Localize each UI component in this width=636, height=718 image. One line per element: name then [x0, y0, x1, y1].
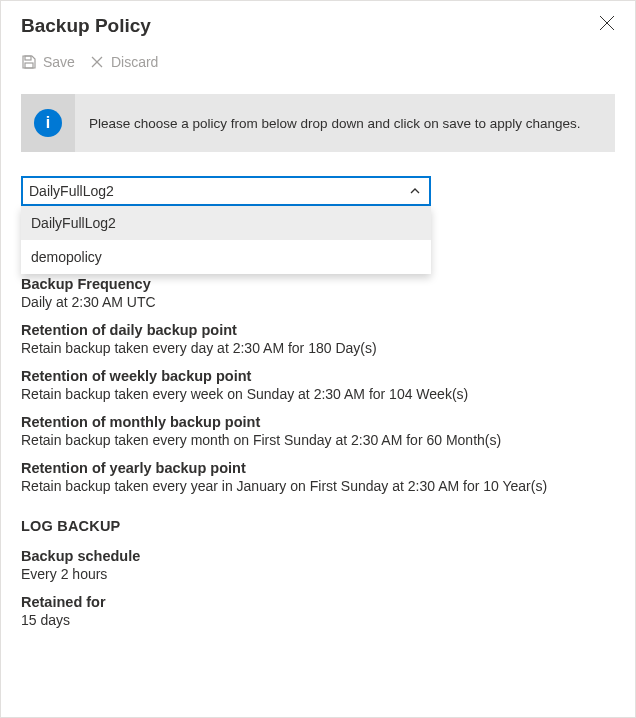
info-message: Please choose a policy from below drop d… — [89, 116, 581, 131]
page-title: Backup Policy — [21, 15, 151, 37]
svg-rect-2 — [25, 56, 31, 60]
policy-dropdown-list: DailyFullLog2 demopolicy — [21, 206, 431, 274]
chevron-up-icon — [409, 185, 421, 197]
toolbar: Save Discard — [1, 46, 635, 80]
monthly-retention-label: Retention of monthly backup point — [21, 414, 615, 430]
policy-dropdown[interactable]: DailyFullLog2 — [21, 176, 431, 206]
policy-option[interactable]: demopolicy — [21, 240, 431, 274]
content-area: i Please choose a policy from below drop… — [1, 80, 635, 648]
info-icon: i — [34, 109, 62, 137]
backup-frequency-label: Backup Frequency — [21, 276, 615, 292]
svg-rect-3 — [25, 63, 33, 68]
policy-dropdown-selected: DailyFullLog2 — [29, 183, 114, 199]
log-backup-heading: LOG BACKUP — [21, 518, 615, 534]
discard-label: Discard — [111, 54, 158, 70]
info-bar: i Please choose a policy from below drop… — [21, 94, 615, 152]
daily-retention-value: Retain backup taken every day at 2:30 AM… — [21, 340, 615, 356]
save-icon — [21, 54, 37, 70]
yearly-retention-label: Retention of yearly backup point — [21, 460, 615, 476]
log-retained-label: Retained for — [21, 594, 615, 610]
log-schedule-value: Every 2 hours — [21, 566, 615, 582]
yearly-retention-value: Retain backup taken every year in Januar… — [21, 478, 615, 494]
policy-dropdown-wrap: DailyFullLog2 DailyFullLog2 demopolicy — [21, 176, 431, 206]
save-label: Save — [43, 54, 75, 70]
info-icon-box: i — [21, 94, 75, 152]
weekly-retention-value: Retain backup taken every week on Sunday… — [21, 386, 615, 402]
weekly-retention-label: Retention of weekly backup point — [21, 368, 615, 384]
save-button[interactable]: Save — [21, 54, 75, 70]
close-button[interactable] — [595, 11, 619, 40]
discard-icon — [89, 54, 105, 70]
backup-frequency-value: Daily at 2:30 AM UTC — [21, 294, 615, 310]
close-icon — [599, 15, 615, 31]
log-schedule-label: Backup schedule — [21, 548, 615, 564]
monthly-retention-value: Retain backup taken every month on First… — [21, 432, 615, 448]
backup-policy-panel: Backup Policy Save Discard i Please choo… — [0, 0, 636, 718]
panel-header: Backup Policy — [1, 1, 635, 46]
log-retained-value: 15 days — [21, 612, 615, 628]
daily-retention-label: Retention of daily backup point — [21, 322, 615, 338]
discard-button[interactable]: Discard — [89, 54, 158, 70]
policy-option[interactable]: DailyFullLog2 — [21, 206, 431, 240]
